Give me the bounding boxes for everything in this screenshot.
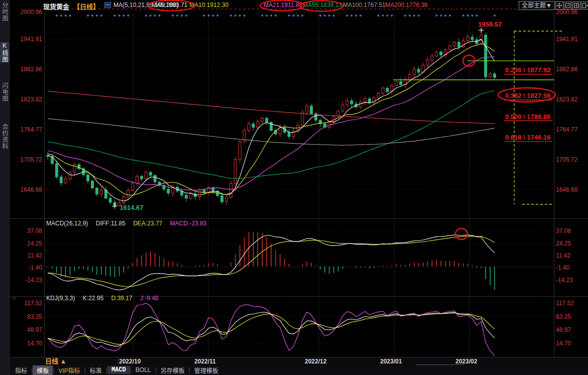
macd-title: MACD(26,12,9) (46, 220, 88, 227)
svg-text:14.70: 14.70 (27, 340, 42, 347)
svg-text:-14.23: -14.23 (25, 277, 42, 284)
svg-text:-1.40: -1.40 (556, 264, 570, 271)
event-dots-row (56, 15, 496, 17)
svg-text:24.25: 24.25 (27, 240, 42, 247)
theme-dropdown-button[interactable]: 全部主题▼ (519, 1, 555, 10)
pane-layout-icon[interactable] (564, 2, 572, 10)
svg-text:2000.96: 2000.96 (556, 9, 578, 16)
trading-app-window: 2000.962000.961941.911941.911882.861882.… (0, 0, 588, 375)
sidebar-item-0[interactable]: 分时图 (0, 2, 9, 22)
svg-text:11.42: 11.42 (28, 252, 42, 259)
symbol-title: 现货黄金 (43, 2, 69, 10)
axis-divider (117, 357, 118, 365)
svg-text:1764.77: 1764.77 (556, 126, 578, 133)
sidebar-item-1[interactable]: K线图 (0, 42, 9, 63)
tab-模板[interactable]: 模板 (33, 365, 53, 375)
chart-canvas[interactable]: 2000.962000.961941.911941.911882.861882.… (0, 0, 588, 375)
svg-text:0.236 \ 1877.92: 0.236 \ 1877.92 (505, 66, 550, 74)
sidebar-item-2[interactable]: 闪电图 (0, 82, 9, 102)
ma-value-4: MA100:1767.51 (343, 2, 386, 10)
svg-text:83.25: 83.25 (27, 313, 42, 320)
macd-diff-value: DIFF:11.85 (96, 220, 126, 227)
tab-VIP指标[interactable]: VIP指标 (54, 365, 84, 375)
ma-value-1: MA10:1912.30 (189, 2, 228, 10)
svg-text:117.52: 117.52 (556, 300, 574, 307)
move-tool-icon[interactable] (555, 2, 563, 10)
macd-dea-value: DEA:23.77 (133, 220, 162, 227)
kdj-layer (48, 303, 495, 355)
macd-header: MACD(26,12,9) DIFF:11.85 DEA:23.77 MACD:… (46, 220, 212, 227)
kdj-title: KDJ(9,3,3) (46, 295, 75, 302)
svg-text:1614.67: 1614.67 (120, 204, 144, 211)
month-label-2022/11: 2022/11 (194, 357, 216, 365)
svg-text:117.52: 117.52 (24, 300, 42, 307)
candles-layer (47, 30, 496, 207)
svg-text:37.08: 37.08 (556, 227, 571, 234)
svg-text:1705.72: 1705.72 (21, 156, 43, 163)
gridlines (44, 9, 554, 357)
svg-text:14.70: 14.70 (556, 340, 571, 347)
panel-borders (9, 13, 588, 357)
svg-text:0.382 \ 1827.56: 0.382 \ 1827.56 (505, 92, 550, 99)
kdj-header: KDJ(9,3,3) K:22.95 D:39.17 J:-9.48 (46, 295, 164, 302)
svg-text:1882.86: 1882.86 (556, 66, 578, 73)
bottom-tab-bar: 指标|模板|VIP指标|标准|MACD|BOLL|另存模板|管理模板 (9, 365, 588, 375)
sidebar: 分时图K线图闪电图合约资料 (0, 0, 10, 375)
svg-text:1764.77: 1764.77 (21, 126, 43, 133)
svg-text:0.618 \ 1746.16: 0.618 \ 1746.16 (505, 134, 550, 141)
svg-text:48.97: 48.97 (556, 326, 571, 333)
ma-value-0: MA5:1893.71 (152, 2, 187, 10)
svg-text:-1.40: -1.40 (29, 264, 43, 271)
svg-text:1959.57: 1959.57 (478, 21, 502, 28)
ma-value-3: MA55:1839.13 (303, 2, 342, 10)
svg-text:1941.91: 1941.91 (21, 36, 43, 43)
svg-text:37.08: 37.08 (27, 227, 42, 234)
svg-text:2000.96: 2000.96 (21, 9, 43, 16)
svg-text:11.42: 11.42 (556, 252, 570, 259)
kdj-j-value: J:-9.48 (140, 295, 159, 302)
month-label-2023/01: 2023/01 (380, 357, 402, 365)
month-label-2022/12: 2022/12 (305, 357, 326, 365)
sidebar-item-3[interactable]: 合约资料 (0, 123, 9, 150)
month-label-2022/10: 2022/10 (119, 357, 141, 365)
macd-value: MACD:-23.83 (170, 220, 207, 227)
svg-text:1882.86: 1882.86 (21, 66, 43, 73)
tab-指标[interactable]: 指标 (11, 365, 31, 375)
svg-text:1941.91: 1941.91 (556, 36, 578, 43)
ma-value-5: MA200:1776.36 (385, 2, 428, 10)
tab-另存模板[interactable]: 另存模板 (157, 365, 189, 375)
tab-标准[interactable]: 标准 (86, 365, 106, 375)
kdj-k-value: K:22.95 (83, 295, 103, 302)
pane-export-icon[interactable] (581, 2, 588, 10)
pane-split-icon[interactable] (572, 2, 580, 10)
svg-text:1646.68: 1646.68 (21, 186, 43, 193)
svg-text:83.25: 83.25 (556, 313, 571, 320)
kdj-d-value: D:39.17 (111, 295, 132, 302)
ma-value-2: MA21:1911.85 (264, 2, 302, 10)
tab-管理模板[interactable]: 管理模板 (190, 365, 222, 375)
tab-MACD[interactable]: MACD (107, 366, 130, 374)
svg-text:24.25: 24.25 (556, 240, 571, 247)
svg-text:1823.82: 1823.82 (21, 96, 43, 103)
svg-text:1705.72: 1705.72 (556, 156, 578, 163)
svg-text:1823.82: 1823.82 (556, 96, 578, 103)
svg-text:0.500 \ 1786.86: 0.500 \ 1786.86 (505, 113, 550, 120)
svg-text:-14.23: -14.23 (556, 277, 573, 284)
panel-settings-icon[interactable]: ☼ (12, 295, 17, 301)
svg-text:48.97: 48.97 (27, 326, 42, 333)
tab-BOLL[interactable]: BOLL (132, 366, 155, 374)
macd-layer (44, 232, 554, 290)
period-selector[interactable]: 日线 ▲ (45, 357, 66, 365)
svg-text:1646.68: 1646.68 (556, 186, 578, 193)
period-tag: 【日线】 (73, 2, 99, 10)
